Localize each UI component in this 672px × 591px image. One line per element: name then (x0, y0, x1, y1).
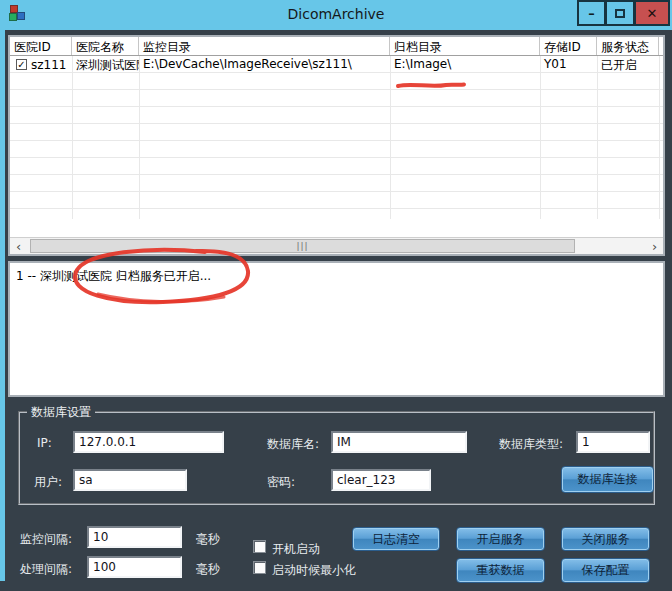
minimize-icon: – (588, 6, 595, 21)
process-interval-unit: 毫秒 (196, 561, 220, 578)
column-header-storage-id[interactable]: 存储ID (540, 37, 597, 55)
grid-line (72, 56, 73, 219)
maximize-button[interactable] (605, 0, 635, 26)
close-icon: ✕ (647, 6, 658, 21)
column-header-service-status[interactable]: 服务状态 (597, 37, 659, 55)
db-name-input[interactable] (331, 431, 467, 453)
column-header-archive-dir[interactable]: 归档目录 (390, 37, 540, 55)
process-interval-label: 处理间隔: (20, 561, 72, 578)
db-connect-button[interactable]: 数据库连接 (561, 466, 654, 493)
scroll-left-icon: ‹ (16, 239, 21, 254)
group-title: 数据库设置 (27, 404, 95, 421)
hospital-table: 医院ID 医院名称 监控目录 归档目录 存储ID 服务状态 ✓ sz111 深圳… (8, 35, 665, 256)
user-label: 用户: (34, 474, 62, 491)
minimize-button[interactable]: – (577, 0, 606, 26)
reload-data-button[interactable]: 重获数据 (456, 558, 545, 583)
stop-service-button[interactable]: 关闭服务 (561, 527, 650, 551)
column-header-monitor-dir[interactable]: 监控目录 (139, 37, 390, 55)
password-label: 密码: (267, 474, 295, 491)
maximize-icon (615, 9, 625, 18)
scroll-right-button[interactable]: › (646, 238, 663, 254)
grid-line (659, 56, 660, 219)
column-header-hospital-name[interactable]: 医院名称 (72, 37, 139, 55)
table-header-row: 医院ID 医院名称 监控目录 归档目录 存储ID 服务状态 (10, 37, 663, 56)
cell-archive-dir: E:\Image\ (390, 56, 540, 73)
scroll-left-button[interactable]: ‹ (10, 238, 27, 254)
autostart-label: 开机启动 (272, 541, 320, 558)
check-icon: ✓ (17, 59, 25, 70)
ip-input[interactable] (73, 431, 224, 453)
titlebar[interactable]: DicomArchive – ✕ (0, 0, 672, 30)
process-interval-input[interactable] (87, 556, 182, 578)
monitor-interval-input[interactable] (87, 526, 182, 548)
ip-label: IP: (37, 436, 52, 450)
db-type-label: 数据库类型: (499, 436, 563, 453)
app-window: DicomArchive – ✕ 医院ID 医院名称 监控目录 归档目录 存储I… (0, 0, 672, 591)
user-input[interactable] (73, 469, 187, 491)
db-type-input[interactable] (576, 431, 650, 453)
window-title: DicomArchive (0, 6, 672, 22)
database-settings-group: 数据库设置 IP: 数据库名: 数据库类型: 用户: 密码: 数据库连接 (18, 411, 655, 505)
window-left-border (0, 30, 5, 581)
start-service-button[interactable]: 开启服务 (456, 527, 545, 551)
cell-service-status: 已开启 (597, 56, 659, 73)
autostart-checkbox[interactable] (253, 540, 266, 553)
close-button[interactable]: ✕ (634, 0, 670, 26)
db-name-label: 数据库名: (267, 436, 319, 453)
grid-line (540, 56, 541, 219)
thumb-grip-icon: ||| (296, 241, 308, 251)
scrollbar-thumb[interactable]: ||| (30, 239, 575, 253)
column-header-hospital-id[interactable]: 医院ID (10, 37, 72, 55)
grid-line (139, 56, 140, 219)
scroll-right-icon: › (652, 239, 657, 254)
monitor-interval-label: 监控间隔: (20, 531, 72, 548)
cell-hospital-id: ✓ sz111 (10, 56, 72, 73)
hospital-id-value: sz111 (31, 58, 66, 72)
cell-storage-id: Y01 (540, 56, 597, 73)
table-row[interactable]: ✓ sz111 深圳测试医院 E:\DevCache\ImageReceive\… (10, 56, 663, 73)
minimize-on-start-label: 启动时候最小化 (272, 562, 356, 579)
log-panel[interactable]: 1 -- 深圳测试医院 归档服务已开启... (8, 261, 665, 397)
table-body: ✓ sz111 深圳测试医院 E:\DevCache\ImageReceive\… (10, 56, 663, 219)
log-line: 1 -- 深圳测试医院 归档服务已开启... (16, 268, 657, 285)
save-config-button[interactable]: 保存配置 (561, 558, 650, 583)
grid-line (390, 56, 391, 219)
minimize-on-start-checkbox[interactable] (253, 561, 266, 574)
row-checkbox[interactable]: ✓ (16, 59, 27, 70)
horizontal-scrollbar[interactable]: ‹ ||| › (10, 237, 663, 254)
password-input[interactable] (331, 469, 431, 491)
cell-monitor-dir: E:\DevCache\ImageReceive\sz111\ (139, 56, 390, 73)
clear-log-button[interactable]: 日志清空 (352, 527, 440, 551)
monitor-interval-unit: 毫秒 (196, 531, 220, 548)
grid-line (597, 56, 598, 219)
cell-hospital-name: 深圳测试医院 (72, 56, 139, 73)
